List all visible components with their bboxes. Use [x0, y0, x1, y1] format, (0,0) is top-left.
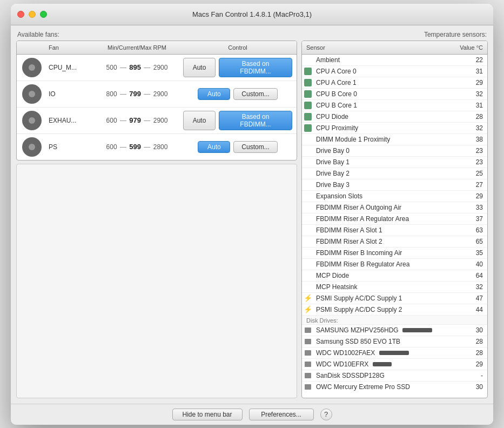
fan-rpm: 600 — 599 — 2800 — [95, 143, 179, 151]
sensor-name: Drive Bay 1 — [302, 158, 463, 166]
sensor-value: 29 — [463, 192, 487, 200]
list-item: SanDisk SDSSDP128G - — [302, 370, 487, 382]
fan-control: Auto Based on FBDIMM... — [179, 58, 297, 77]
sensor-name: MCP Diode — [302, 271, 463, 280]
table-row: CPU_M... 500 — 895 — 2900 Auto Based on … — [17, 55, 297, 81]
hide-to-menubar-button[interactable]: Hide to menu bar — [172, 409, 243, 420]
sensor-name: SAMSUNG MZHPV256HDG — [314, 326, 463, 335]
list-item: CPU Diode 28 — [302, 111, 487, 123]
main-content: Available fans: Fan Min/Current/Max RPM … — [11, 25, 493, 404]
sensor-value: 23 — [463, 147, 487, 155]
fans-table: Fan Min/Current/Max RPM Control CPU_M...… — [16, 41, 297, 160]
list-item: CPU A Core 1 29 — [302, 77, 487, 89]
sensor-value: 32 — [463, 283, 487, 291]
list-item: Ambient 22 — [302, 55, 487, 66]
sensor-name: Ambient — [302, 56, 463, 64]
sensor-value: 28 — [463, 113, 487, 121]
sensor-value: 30 — [463, 383, 487, 391]
traffic-lights — [17, 11, 47, 18]
auto-button[interactable]: Auto — [183, 111, 216, 130]
list-item: CPU Proximity 32 — [302, 123, 487, 134]
minimize-button[interactable] — [29, 11, 36, 18]
list-item: FBDIMM Riser A Slot 1 63 — [302, 225, 487, 236]
custom-button[interactable]: Custom... — [233, 88, 277, 100]
maximize-button[interactable] — [40, 11, 47, 18]
disk-icon — [302, 339, 314, 344]
list-item: ⚡ PSMI Supply AC/DC Supply 2 44 — [302, 304, 487, 316]
list-item: MCP Heatsink 32 — [302, 282, 487, 293]
fan-rpm: 600 — 979 — 2900 — [95, 116, 179, 124]
fans-table-header: Fan Min/Current/Max RPM Control — [17, 41, 297, 55]
sensor-col-name-header: Sensor — [302, 43, 452, 52]
sensor-value: 29 — [463, 360, 487, 368]
sensor-name: DIMM Module 1 Proximity — [302, 135, 463, 144]
list-item: DIMM Module 1 Proximity 38 — [302, 134, 487, 145]
fan-col-control-header: Control — [179, 43, 297, 52]
fan-icon — [22, 58, 42, 77]
sensor-name: MCP Heatsink — [302, 283, 463, 291]
custom-button[interactable]: Custom... — [233, 141, 277, 153]
close-button[interactable] — [17, 11, 24, 18]
list-item: MCP Diode 64 — [302, 270, 487, 282]
auto-button[interactable]: Auto — [198, 88, 230, 100]
fan-control: Auto Custom... — [179, 141, 297, 153]
chip-icon — [302, 124, 314, 132]
fan-control: Auto Custom... — [179, 88, 297, 100]
sensor-value: 29 — [463, 79, 487, 86]
fans-panel-label: Available fans: — [16, 31, 297, 38]
list-item: SAMSUNG MZHPV256HDG 30 — [302, 325, 487, 336]
sensor-value: 28 — [463, 338, 487, 345]
sensor-value: 31 — [463, 102, 487, 109]
auto-button[interactable]: Auto — [198, 141, 230, 153]
based-on-button[interactable]: Based on FBDIMM... — [219, 58, 292, 77]
based-on-button[interactable]: Based on FBDIMM... — [219, 111, 292, 130]
list-item: WDC WD10EFRX 29 — [302, 359, 487, 370]
disk-bar — [379, 351, 409, 355]
sensor-value: 31 — [463, 68, 487, 75]
table-row: EXHAU... 600 — 979 — 2900 Auto Based on … — [17, 108, 297, 134]
sensor-name: PSMI Supply AC/DC Supply 2 — [314, 305, 463, 314]
list-item: Drive Bay 2 25 — [302, 168, 487, 179]
fan-name: EXHAU... — [46, 117, 95, 124]
list-item: OWC Mercury Extreme Pro SSD 30 — [302, 382, 487, 392]
help-button[interactable]: ? — [320, 409, 332, 420]
fan-icon — [22, 111, 42, 130]
sensor-name: Expansion Slots — [302, 192, 463, 200]
table-row: IO 800 — 799 — 2900 Auto Custom... — [17, 81, 297, 108]
sensor-value: 65 — [463, 238, 487, 245]
chip-icon — [302, 113, 314, 121]
preferences-button[interactable]: Preferences... — [249, 409, 314, 420]
fan-icon-cell — [17, 111, 46, 130]
sensor-name: FBDIMM Riser A Regulator Area — [302, 215, 463, 223]
list-item: FBDIMM Riser B Regulator Area 40 — [302, 259, 487, 270]
sensor-name: PSMI Supply AC/DC Supply 1 — [314, 294, 463, 303]
disk-icon — [302, 362, 314, 367]
sensor-value: 30 — [463, 326, 487, 334]
sensor-name: WDC WD1002FAEX — [314, 349, 463, 357]
auto-button[interactable]: Auto — [183, 58, 216, 77]
sensors-header: Sensor Value °C — [302, 41, 487, 55]
disk-bar — [402, 328, 432, 332]
list-item: Samsung SSD 850 EVO 1TB 28 — [302, 336, 487, 347]
sensors-body[interactable]: Ambient 22 CPU A Core 0 31 CPU A Core 1 … — [302, 55, 487, 398]
fan-icon-cell — [17, 84, 46, 104]
list-item: WDC WD1002FAEX 28 — [302, 347, 487, 359]
sensors-table: Sensor Value °C Ambient 22 CPU A Core 0 … — [301, 41, 488, 398]
list-item: CPU B Core 1 31 — [302, 100, 487, 111]
disk-icon — [302, 384, 314, 390]
list-item: CPU A Core 0 31 — [302, 66, 487, 77]
sensor-name: FBDIMM Riser A Slot 2 — [302, 237, 463, 246]
window-title: Macs Fan Control 1.4.8.1 (MacPro3,1) — [192, 10, 312, 18]
main-window: Macs Fan Control 1.4.8.1 (MacPro3,1) Ava… — [11, 4, 493, 425]
fan-icon-cell — [17, 137, 46, 157]
list-item: Drive Bay 1 23 — [302, 157, 487, 168]
left-empty-area — [16, 164, 297, 398]
disk-icon — [302, 373, 314, 378]
sensor-value: 25 — [463, 170, 487, 177]
disk-icon — [302, 327, 314, 333]
sensor-value: 32 — [463, 90, 487, 98]
fan-name: IO — [46, 90, 95, 98]
sensor-name: SanDisk SDSSDP128G — [314, 371, 463, 380]
sensor-name: Drive Bay 3 — [302, 180, 463, 189]
sensor-name: WDC WD10EFRX — [314, 360, 463, 369]
